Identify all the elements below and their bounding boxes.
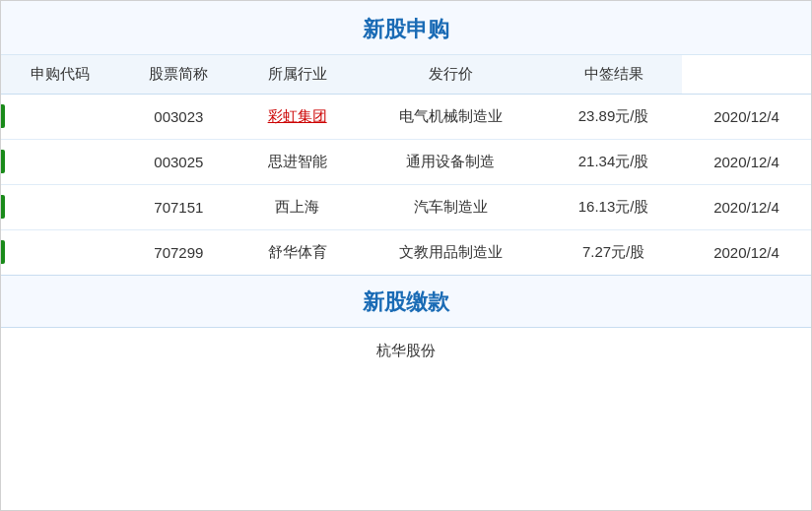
table-row: 003025思进智能通用设备制造21.34元/股2020/12/4 xyxy=(1,140,811,185)
cell-industry: 汽车制造业 xyxy=(357,185,545,230)
cell-price: 16.13元/股 xyxy=(545,185,682,230)
cell-industry: 电气机械制造业 xyxy=(357,95,545,140)
cell-result: 2020/12/4 xyxy=(682,230,811,276)
table-row: 003023彩虹集团电气机械制造业23.89元/股2020/12/4 xyxy=(1,95,811,140)
col-header-price: 发行价 xyxy=(357,55,545,95)
ipo-table-wrapper: 申购代码 股票简称 所属行业 发行价 中签结果 003023彩虹集团电气机械制造… xyxy=(1,55,811,275)
payment-stock-name: 杭华股份 xyxy=(1,328,811,374)
cell-price: 7.27元/股 xyxy=(545,230,682,276)
col-header-result: 中签结果 xyxy=(545,55,682,95)
ipo-table: 申购代码 股票简称 所属行业 发行价 中签结果 003023彩虹集团电气机械制造… xyxy=(1,55,811,275)
cell-code: 707151 xyxy=(119,185,237,230)
cell-code: 707299 xyxy=(119,230,237,276)
ipo-section-header: 新股申购 xyxy=(1,1,811,55)
cell-code: 003023 xyxy=(119,95,237,140)
ipo-title: 新股申购 xyxy=(363,17,449,41)
table-row: 707151西上海汽车制造业16.13元/股2020/12/4 xyxy=(1,185,811,230)
cell-name: 思进智能 xyxy=(238,140,357,185)
cell-industry: 通用设备制造 xyxy=(357,140,545,185)
col-header-name: 股票简称 xyxy=(119,55,237,95)
cell-code: 003025 xyxy=(119,140,237,185)
cell-price: 23.89元/股 xyxy=(545,95,682,140)
cell-result: 2020/12/4 xyxy=(682,140,811,185)
cell-industry: 文教用品制造业 xyxy=(357,230,545,276)
col-header-industry: 所属行业 xyxy=(238,55,357,95)
cell-result: 2020/12/4 xyxy=(682,185,811,230)
col-header-code: 申购代码 xyxy=(1,55,119,95)
cell-name: 西上海 xyxy=(238,185,357,230)
cell-name: 舒华体育 xyxy=(238,230,357,276)
payment-section-header: 新股缴款 xyxy=(1,275,811,328)
payment-title: 新股缴款 xyxy=(363,289,449,314)
cell-result: 2020/12/4 xyxy=(682,95,811,140)
payment-table: 杭华股份 xyxy=(1,328,811,374)
cell-name[interactable]: 彩虹集团 xyxy=(238,95,357,140)
payment-row: 杭华股份 xyxy=(1,328,811,374)
main-container: 新股申购 申购代码 股票简称 所属行业 发行价 中签结果 003023彩虹集团电… xyxy=(0,0,812,511)
table-row: 707299舒华体育文教用品制造业7.27元/股2020/12/4 xyxy=(1,230,811,276)
table-header-row: 申购代码 股票简称 所属行业 发行价 中签结果 xyxy=(1,55,811,95)
cell-price: 21.34元/股 xyxy=(545,140,682,185)
